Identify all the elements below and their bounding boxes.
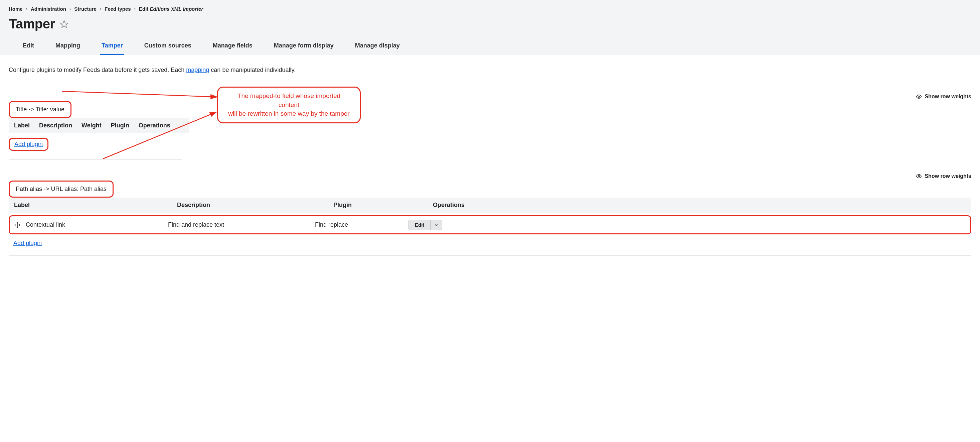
row-description: Find and replace text	[168, 221, 315, 228]
table-row: Contextual link Find and replace text Fi…	[9, 215, 971, 235]
tab-custom-sources[interactable]: Custom sources	[143, 39, 193, 55]
chevron-right-icon: ›	[100, 6, 101, 11]
svg-marker-0	[60, 21, 68, 27]
breadcrumb-item[interactable]: Home	[9, 6, 23, 12]
col-description: Description	[39, 122, 72, 129]
tab-tamper[interactable]: Tamper	[100, 39, 124, 55]
tab-manage-fields[interactable]: Manage fields	[212, 39, 254, 55]
mapping-title: Title -> Title: value	[14, 104, 66, 115]
chevron-right-icon: ›	[134, 6, 135, 11]
eye-icon	[916, 173, 922, 179]
table-header: Label Description Plugin Operations	[9, 198, 971, 213]
divider	[9, 255, 971, 256]
page-title: Tamper	[9, 16, 55, 32]
breadcrumb-item[interactable]: Structure	[74, 6, 97, 12]
col-description: Description	[177, 202, 324, 209]
chevron-right-icon: ›	[26, 6, 27, 11]
breadcrumb-item[interactable]: Administration	[31, 6, 66, 12]
tab-edit[interactable]: Edit	[21, 39, 35, 55]
table-header: Label Description Weight Plugin Operatio…	[9, 118, 189, 133]
col-weight: Weight	[81, 122, 102, 129]
col-label: Label	[14, 122, 30, 129]
breadcrumb-item[interactable]: Feed types	[105, 6, 130, 12]
page-title-row: Tamper	[9, 14, 971, 39]
mapping-group-title: Title -> Title: value Label Description …	[9, 101, 971, 160]
intro-text: Configure plugins to modify Feeds data b…	[9, 67, 971, 73]
header-region: Home › Administration › Structure › Feed…	[0, 0, 980, 55]
dropdown-toggle[interactable]	[431, 220, 442, 230]
row-plugin: Find replace	[315, 221, 405, 228]
tab-manage-display[interactable]: Manage display	[354, 39, 401, 55]
row-label: Contextual link	[26, 221, 168, 228]
chevron-down-icon	[434, 223, 439, 227]
col-plugin: Plugin	[111, 122, 129, 129]
tab-mapping[interactable]: Mapping	[54, 39, 81, 55]
show-row-weights-toggle[interactable]: Show row weights	[9, 173, 971, 179]
drag-handle-icon[interactable]	[14, 221, 21, 229]
svg-point-4	[918, 176, 920, 177]
mapping-link[interactable]: mapping	[186, 67, 209, 73]
tab-manage-form-display[interactable]: Manage form display	[272, 39, 335, 55]
row-operations: Edit	[405, 220, 966, 230]
annotation-callout: The mapped-to field whose imported conte…	[217, 86, 361, 123]
show-row-weights-toggle[interactable]: Show row weights	[9, 94, 971, 100]
eye-icon	[916, 94, 922, 100]
tabs: Edit Mapping Tamper Custom sources Manag…	[9, 39, 971, 55]
col-label: Label	[14, 202, 168, 209]
col-operations: Operations	[138, 122, 170, 129]
mapping-title: Path alias -> URL alias: Path alias	[14, 184, 108, 195]
star-outline-icon[interactable]	[60, 20, 68, 29]
chevron-right-icon: ›	[70, 6, 71, 11]
col-operations: Operations	[433, 202, 966, 209]
mapping-group-path-alias: Path alias -> URL alias: Path alias Labe…	[9, 180, 971, 256]
svg-point-3	[918, 96, 920, 97]
breadcrumb: Home › Administration › Structure › Feed…	[9, 6, 971, 14]
divider	[9, 160, 182, 160]
add-plugin-link[interactable]: Add plugin	[14, 141, 43, 148]
annotation-highlight: Title -> Title: value	[9, 101, 72, 118]
annotation-highlight: Path alias -> URL alias: Path alias	[9, 180, 114, 198]
operations-dropbutton: Edit	[409, 220, 442, 230]
add-plugin-link[interactable]: Add plugin	[13, 240, 42, 247]
annotation-highlight: Add plugin	[9, 138, 48, 151]
breadcrumb-current: Edit Editions XML Importer	[139, 6, 203, 12]
edit-button[interactable]: Edit	[409, 220, 431, 230]
col-plugin: Plugin	[333, 202, 423, 209]
content: Configure plugins to modify Feeds data b…	[0, 55, 980, 273]
